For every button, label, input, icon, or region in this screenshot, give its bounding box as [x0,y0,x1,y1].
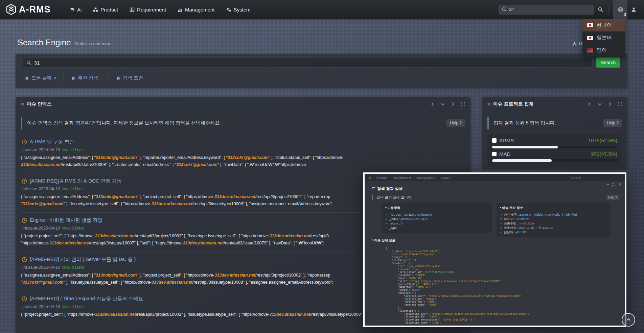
help-badge[interactable]: Help ? [603,119,622,127]
project-aggregation-header: ≡ 이슈 프로젝트 집계 [482,97,627,111]
chevron-left-icon[interactable] [588,102,592,106]
language-label: 일본어 [597,34,612,41]
navbar-search-input[interactable] [509,7,591,12]
language-dropdown: 한국어 일본어 영어 [582,19,625,56]
summary-prefix: 이슈 인덱스 검색 결과 [27,120,75,125]
globe-icon [618,7,623,13]
menu-item-ai[interactable]: Ai [70,7,82,13]
arms-logo-icon [6,4,16,15]
filter-recommended-search[interactable]: 추천 검색 : [64,75,108,81]
menu-item-requirement[interactable]: Requirement [130,7,166,13]
search-result-detail-modal: Ai Product Requirement Management System… [363,172,626,327]
issue-index-summary: 이슈 인덱스 검색 결과 '총2047건'입니다. 자세한 정보를 보시려면 해… [21,117,465,129]
window-icon [372,187,375,190]
expand-icon[interactable] [618,102,622,106]
chevron-right-icon[interactable] [451,102,455,106]
chevron-left-icon[interactable] [431,102,435,106]
search-icon[interactable] [598,7,603,13]
search-icon [502,7,507,12]
main-search-box[interactable] [23,57,593,68]
page-subtitle: Statistics and more [74,41,112,46]
language-option-japanese[interactable]: 일본어 [582,31,625,44]
panel-controls [431,102,465,106]
json-line: "upperKey": "ARMS-17", [386,286,620,289]
navbar-right: 3 [499,0,637,19]
search-button[interactable]: Search [596,57,620,68]
filter-search-condition[interactable]: 검색 조건 : [109,75,153,81]
detail-field-row: ✓_score : 0 [385,221,488,226]
chevron-down-icon[interactable] [606,183,609,186]
scroll-to-top-button[interactable] [622,313,635,327]
fixed-fields-panel: * 고정항목 ✓_id : puN_YZYBaKa7OYiqwshw✓_inde… [382,203,492,233]
brand-logo[interactable]: A-RMS [6,4,57,15]
checkbox-icon[interactable] [492,152,497,156]
mini-nav-search-label: Search [571,176,581,180]
user-icon[interactable] [631,7,637,13]
menu-item-product[interactable]: Product [93,7,118,13]
progress-fill [492,146,558,148]
clock-icon [22,179,27,184]
chevron-down-icon[interactable] [598,102,602,106]
close-icon[interactable] [618,183,621,186]
top-navbar: A-RMS Ai Product Requirement Management … [0,0,644,19]
project-name-link[interactable]: ARMS [499,138,514,143]
panel-controls [588,102,622,106]
menu-item-system[interactable]: System [226,7,251,13]
menu-item-management[interactable]: Management [178,7,215,13]
issue-raw-json-line: 313dev.atlassian.net/rest/api/3/status/1… [21,161,465,168]
json-line: "sortValues": [], [386,259,620,262]
issue-title-link[interactable]: A-RMS 팀 구성 확인 [30,139,74,145]
help-badge[interactable]: Help ? [446,119,465,127]
progress-fill [492,159,552,162]
aggregation-row-arms: ARMS 1075(52.5%) [492,138,617,148]
json-line: "isReq": false, [386,289,620,292]
project-aggregation-summary: 집계 결과 상위 5 항목 입니다. Help ? [487,117,622,129]
home-icon [71,76,75,80]
main-search-input[interactable] [34,60,589,66]
japan-flag-icon [587,36,593,40]
help-badge[interactable]: Help ? [606,195,619,200]
modal-content: Ai Product Requirement Management System… [365,174,625,326]
project-aggregation-title: 이슈 프로젝트 집계 [493,101,534,107]
language-label: 한국어 [597,22,612,28]
issue-title-link[interactable]: [ARMS-REQ] A-RMS 와 A-DOC 연동 기능 [30,178,122,184]
issue-index-name: jiraissue-2025-04-10 [22,187,60,191]
expand-icon[interactable] [612,183,615,186]
us-flag-icon [587,48,593,52]
progress-track [492,146,617,148]
project-count-value: 1075(52.5%) [588,138,617,143]
fixed-fields-title: * 고정항목 [385,206,488,210]
issue-summary-title: * 이슈 주요 정보 [500,206,607,210]
table-icon [130,7,135,12]
menu-label: System [234,7,251,13]
checkbox-icon[interactable] [492,138,497,143]
menu-label: Ai [77,7,82,13]
page-header: Search Engine Statistics and more [18,38,112,47]
issue-title-link[interactable]: [ARMS-REQ] 서버 관리 ( Server 모듈 및 IaC 등 ) [30,256,136,263]
issue-title-link[interactable]: [ARMS-REQ] ( Time ) Expand 기능을 만들어 주세요 [30,295,143,302]
project-name-link[interactable]: MAD [499,151,510,157]
detail-field-row: ✓_id : puN_YZYBaKa7OYiqwshw [385,213,488,217]
modal-summary-row: 검색 결과 상세 입니다. Help ? [372,195,619,200]
summary-count-link[interactable]: '총2047건' [75,120,97,125]
language-button[interactable]: 3 [613,0,627,19]
chevron-right-icon[interactable] [608,102,612,106]
issue-result-item: A-RMS 팀 구성 확인 jiraissue-2025-04-10Invali… [21,134,465,173]
modal-window-controls [606,183,621,186]
navbar-search-box[interactable] [499,5,594,15]
issue-date-status: Invalid Date [62,147,84,152]
menu-label: Requirement [137,7,166,13]
detail-field-row: ✓_index : jiraissue-2025-04-23 [385,217,488,221]
issue-index-header: ≡ 이슈 인덱스 [16,97,470,111]
graduation-cap-icon [70,7,75,12]
expand-icon[interactable] [461,102,465,106]
detail-field-row: ✓담당자 : gkfn185 [500,230,607,235]
chevron-down-icon[interactable] [441,102,445,106]
filter-all-dates[interactable]: 모든 날짜 ▾ [23,75,63,81]
detail-field-row: ✓최종수정 : Invalid Date [500,221,607,226]
language-option-english[interactable]: 영어 [582,44,625,56]
language-option-korean[interactable]: 한국어 [582,19,625,31]
chevron-up-icon [626,317,631,323]
clock-icon [22,257,27,262]
issue-title-link[interactable]: Engine - 비회원 게시판 샘플 작업 [30,217,102,223]
